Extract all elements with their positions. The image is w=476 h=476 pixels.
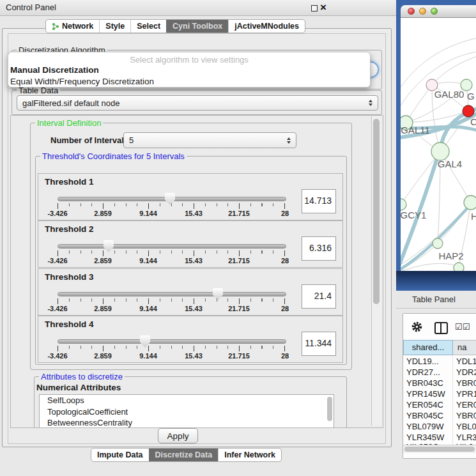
show-columns-button[interactable] [434,322,448,334]
num-intervals-label: Number of Intervals [50,135,128,145]
tab-style[interactable]: Style [99,20,130,33]
tab-discretize-data[interactable]: Discretize Data [149,449,219,461]
network-canvas[interactable]: GAL80 G C GAL11 GAL4 GCY1 H HAP2 [401,18,476,271]
table-row[interactable]: YER054CYER0 [403,399,476,410]
list-item[interactable]: TopologicalCoefficient [40,406,334,418]
node-red-selected[interactable] [463,105,474,117]
tick-label: 2.859 [94,210,112,217]
dropdown-hint: Select algorithm to view settings [8,52,370,65]
table-row[interactable]: YBR045CYBR0 [403,410,476,421]
checkbox-icon[interactable]: ☑ [463,322,470,332]
threshold-4-panel: Threshold 4 -3.426 2.859 9.144 15.43 21.… [38,316,343,363]
network-window: GAL80 G C GAL11 GAL4 GCY1 H HAP2 [401,5,476,271]
tick-label: 2.859 [94,257,112,265]
table-panel-titlebar: Table Panel [396,291,476,309]
tab-impute-data[interactable]: Impute Data [91,449,149,461]
tick-label: 21.715 [228,352,250,360]
node-label: H [471,211,476,222]
tick-label: 28 [281,257,289,265]
threshold-1-panel: Threshold 1 -3.426 2.859 9.144 15.43 21.… [38,173,343,220]
tick-label: 28 [281,352,289,360]
node-label: GAL80 [434,89,464,100]
table-row[interactable]: YDL19...YDL1 [403,356,476,367]
dropdown-item-manual[interactable]: Manual Discretization [8,65,370,76]
table-card: ☑ ☑ shared... na YDL19...YDL1 YDR27...YD… [403,313,476,459]
tick-label: 2.859 [94,352,112,360]
tab-network[interactable]: Network [46,20,99,33]
threshold-2-label: Threshold 2 [45,224,94,234]
tab-infer-network[interactable]: Infer Network [218,449,281,461]
tick-marks [58,203,286,209]
main-scrollbar-thumb[interactable] [373,119,380,304]
tick-label: 21.715 [228,210,250,217]
tick-label: 21.715 [228,305,250,312]
combo-arrows-icon [283,137,291,144]
dropdown-item-equal-width[interactable]: Equal Width/Frequency Discretization [8,76,370,88]
attributes-group-label: Attributes to discretize [39,372,125,381]
interval-definition-label: Interval Definition [35,118,103,128]
panel-title: Control Panel [6,3,56,12]
threshold-1-value-field[interactable]: 14.713 [302,189,336,213]
threshold-3-value-field[interactable]: 21.4 [302,284,336,309]
minimize-traffic-light-icon[interactable] [419,8,426,15]
table-settings-button[interactable] [411,321,422,335]
threshold-2-value-field[interactable]: 6.316 [302,236,336,261]
tick-label: 9.144 [139,352,157,360]
list-item[interactable]: SelfLoops [40,395,334,406]
table-hscrollbar-track[interactable] [403,445,476,453]
threshold-4-value-field[interactable]: 11.344 [302,332,336,356]
column-header-name[interactable]: na [453,340,476,355]
tick-marks [58,250,286,256]
node-label: GCY1 [401,210,426,220]
close-traffic-light-icon[interactable] [408,8,415,15]
node-gcy1[interactable] [401,199,406,210]
top-tab-bar: Network Style Select Cyni Toolbox jActiv… [45,19,305,33]
tick-marks [58,298,286,304]
threshold-2-panel: Threshold 2 -3.426 2.859 9.144 15.43 21.… [38,220,343,268]
zoom-traffic-light-icon[interactable] [431,8,438,15]
tick-label: 28 [281,210,289,217]
tick-label: 15.43 [185,257,203,265]
table-data-combobox[interactable]: galFiltered.sif default node [17,95,378,111]
threshold-4-slider[interactable] [58,339,286,344]
node-label: HAP2 [438,250,463,261]
node-label: GAL4 [438,158,462,169]
table-row[interactable]: YBR043CYBR0 [403,378,476,388]
float-panel-icon[interactable] [311,5,318,12]
select-all-checkbox-icon[interactable]: ☑ [455,322,463,332]
combo-arrows-icon [365,100,372,106]
tick-marks [58,346,286,351]
tick-label: 9.144 [139,210,157,217]
list-scrollbar-thumb[interactable] [327,397,332,421]
list-item[interactable]: BetweennessCentrality [40,417,334,428]
table-row[interactable]: YDR27...YDR2 [403,367,476,378]
gear-icon [411,321,422,332]
close-icon[interactable]: × [320,1,326,15]
thresholds-group-label: Threshold's Coordinates for 5 Intervals [40,151,187,161]
network-window-titlebar[interactable] [401,5,476,18]
main-scrollbar-track[interactable] [371,116,381,426]
table-panel-title: Table Panel [412,295,456,304]
node-label: G [467,91,475,102]
table-row[interactable]: YBL079WYBL0 [403,421,476,432]
tab-jactivemnodules[interactable]: jActiveMNodules [228,20,305,33]
node-gal4[interactable] [431,142,449,160]
tick-label: -3.426 [47,352,67,360]
tab-cyni-toolbox[interactable]: Cyni Toolbox [166,20,228,33]
node-right[interactable] [464,196,476,210]
apply-button[interactable]: Apply [158,428,198,443]
control-panel-titlebar: Control Panel × [0,0,396,16]
threshold-3-slider[interactable] [58,292,286,296]
node-partial-bottom[interactable] [454,263,464,271]
node-hap2[interactable] [433,238,443,249]
table-hscrollbar-thumb[interactable] [404,447,475,452]
tick-label: 15.43 [185,352,203,360]
tick-label: -3.426 [47,210,67,217]
table-row[interactable]: YPR145WYPR1 [403,388,476,399]
num-intervals-combobox[interactable]: 5 [123,132,296,148]
network-frame-bottom [396,271,476,291]
algorithm-dropdown-popup: Select algorithm to view settings Manual… [8,52,371,88]
tab-select[interactable]: Select [130,20,166,33]
column-header-shared-name[interactable]: shared... [403,340,453,355]
threshold-2-slider[interactable] [58,244,286,249]
